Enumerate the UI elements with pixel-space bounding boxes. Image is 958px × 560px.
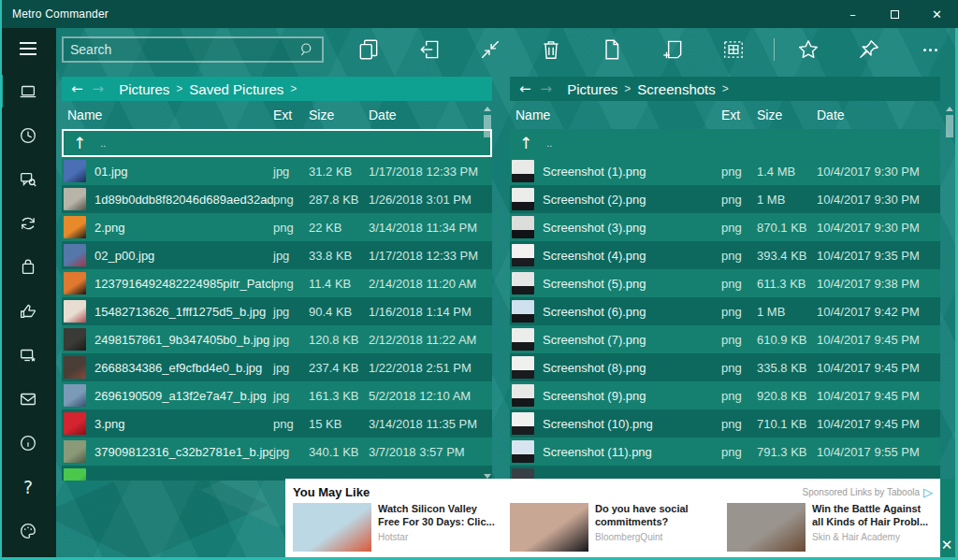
left-scrollbar[interactable] [483,107,491,479]
sidebar-item-recent[interactable] [0,113,56,157]
breadcrumb-item[interactable]: Saved Pictures> [189,81,303,97]
sidebar-item-sync[interactable] [0,201,56,245]
column-ext[interactable]: Ext [721,108,757,122]
file-row[interactable]: Screenshot (5).png png 611.3 KB 10/4/201… [510,269,940,297]
parent-directory-row[interactable]: ↑ .. [510,129,940,157]
file-row[interactable]: Screenshot (8).png png 335.8 KB 10/4/201… [510,353,940,381]
ad-item[interactable]: Win the Battle Against all Kinds of Hair… [727,503,933,552]
file-row[interactable]: 3.png png 15 KB 3/14/2018 11:35 PM [62,409,492,438]
sidebar-item-devices[interactable] [0,333,56,377]
file-row[interactable]: Screenshot (10).png png 710.1 KB 10/4/20… [510,409,940,438]
file-row[interactable]: 2668834386_ef9cfbd4e0_b.jpg jpg 237.4 KB… [62,353,492,381]
minimize-button[interactable]: – [832,0,874,28]
file-ext: png [721,221,757,235]
ad-title[interactable]: Watch Silicon Valley Free For 30 Days: C… [378,503,499,529]
sidebar-item-help[interactable]: ? [0,465,56,509]
scroll-up-icon[interactable] [484,107,491,111]
sidebar-item-rate[interactable] [0,289,56,333]
minimize-icon: – [849,7,856,22]
file-date: 10/4/2017 9:45 PM [817,361,940,375]
file-row[interactable]: Screenshot (9).png png 920.8 KB 10/4/201… [510,381,940,409]
close-button[interactable]: ✕ [916,0,958,28]
theme-palette-icon [18,521,38,541]
ad-item[interactable]: Watch Silicon Valley Free For 30 Days: C… [293,503,499,552]
column-name[interactable]: Name [515,108,721,122]
forward-button[interactable]: → [93,80,105,97]
file-row[interactable]: 01.jpg jpg 31.2 KB 1/17/2018 12:33 PM [62,157,492,185]
ad-close-button[interactable]: ✕ [938,536,955,554]
breadcrumb-item[interactable]: Pictures> [567,81,637,97]
scroll-thumb[interactable] [484,115,491,137]
file-thumbnail [64,384,86,407]
new-folder-button[interactable] [655,32,690,67]
forward-button[interactable]: → [541,80,553,97]
file-row[interactable]: Screenshot (1).png png 1.4 MB 10/4/2017 … [510,157,940,185]
file-date: 1/17/2018 12:33 PM [369,165,492,179]
file-date: 1/16/2018 1:14 PM [369,305,492,319]
column-ext[interactable]: Ext [273,108,309,122]
file-row[interactable]: 02_p00.jpg jpg 33.8 KB 1/17/2018 12:33 P… [62,241,492,269]
file-row[interactable]: 2498157861_9b347405b0_b.jpg jpg 120.8 KB… [62,325,492,353]
column-size[interactable]: Size [757,108,817,122]
sidebar-item-computer[interactable] [0,69,56,113]
file-thumbnail [512,188,534,210]
search-box[interactable] [62,36,324,63]
column-size[interactable]: Size [309,108,369,122]
scroll-up-icon[interactable] [946,107,953,111]
move-button[interactable] [412,32,447,67]
sidebar-item-theme[interactable] [0,509,56,553]
file-row[interactable]: Screenshot (2).png png 1 MB 10/4/2017 9:… [510,185,940,213]
back-button[interactable]: ← [519,80,531,97]
file-row[interactable]: 1d89b0ddb8f82046d689aed32adf png 287.8 K… [62,185,492,213]
sidebar-item-info[interactable] [0,421,56,465]
sidebar-item-store[interactable] [0,245,56,289]
back-button[interactable]: ← [71,80,83,97]
delete-button[interactable] [533,32,569,67]
file-row[interactable]: 1237916492482224985pitr_Patch_i png 11.4… [62,269,492,297]
copy-button[interactable] [351,32,386,67]
more-button[interactable] [912,32,948,67]
sidebar-item-file-search[interactable] [0,157,56,201]
file-row[interactable]: Screenshot (3).png png 870.1 KB 10/4/201… [510,213,940,241]
file-row[interactable]: 2.png png 22 KB 3/14/2018 11:34 PM [62,213,492,241]
file-name: Screenshot (8).png [543,361,721,375]
favorites-button[interactable] [791,32,826,67]
breadcrumb-item[interactable]: Pictures> [119,81,189,97]
right-scrollbar[interactable] [945,107,953,479]
file-row[interactable]: Screenshot (7).png png 610.9 KB 10/4/201… [510,325,940,353]
ad-image [293,503,371,552]
file-thumbnail [512,244,534,266]
file-row[interactable]: 2696190509_a13f2e7a47_b.jpg jpg 161.3 KB… [62,381,492,409]
file-size: 1 MB [757,193,817,207]
file-row[interactable]: Screenshot (4).png png 393.4 KB 10/4/201… [510,241,940,269]
sidebar-item-feedback[interactable] [0,377,56,421]
file-ext: png [273,193,309,207]
ad-item[interactable]: Do you have social commitments? Bloomber… [510,503,716,552]
scroll-thumb[interactable] [946,115,953,137]
column-date[interactable]: Date [817,108,940,122]
column-name[interactable]: Name [67,108,273,122]
ad-title[interactable]: Do you have social commitments? [595,503,716,529]
select-all-button[interactable] [716,32,751,67]
column-date[interactable]: Date [369,108,492,122]
file-date: 3/14/2018 11:34 PM [369,221,492,235]
new-file-button[interactable] [594,32,630,67]
maximize-button[interactable] [874,0,916,28]
file-date: 10/4/2017 9:30 PM [817,193,940,207]
left-pane: ← → Pictures> Saved Pictures> Name Ext S… [62,77,492,509]
file-date: 2/14/2018 11:20 AM [369,277,492,291]
file-row[interactable]: Screenshot (6).png png 1 MB 10/4/2017 9:… [510,297,940,325]
ad-title[interactable]: Win the Battle Against all Kinds of Hair… [812,503,933,529]
swap-panes-button[interactable] [472,32,508,67]
breadcrumb-item[interactable]: Screenshots> [637,81,734,97]
file-row[interactable]: Screenshot (11).png png 791.3 KB 10/4/20… [510,438,940,466]
parent-directory-row[interactable]: ↑ .. [62,129,492,157]
pin-button[interactable] [851,32,887,67]
sponsored-by-label[interactable]: Sponsored Links by Taboola ▷ [803,485,933,499]
file-thumbnail [64,188,86,210]
file-row[interactable]: 37909812316_c32b2781e1_b.jpg jpg 340.1 K… [62,438,492,466]
menu-button[interactable] [0,28,56,69]
app-window: Metro Commander – ✕ [0,0,958,560]
file-row[interactable]: 15482713626_1fff1275d5_b.jpg jpg 90.4 KB… [62,297,492,325]
search-input[interactable] [70,42,298,57]
